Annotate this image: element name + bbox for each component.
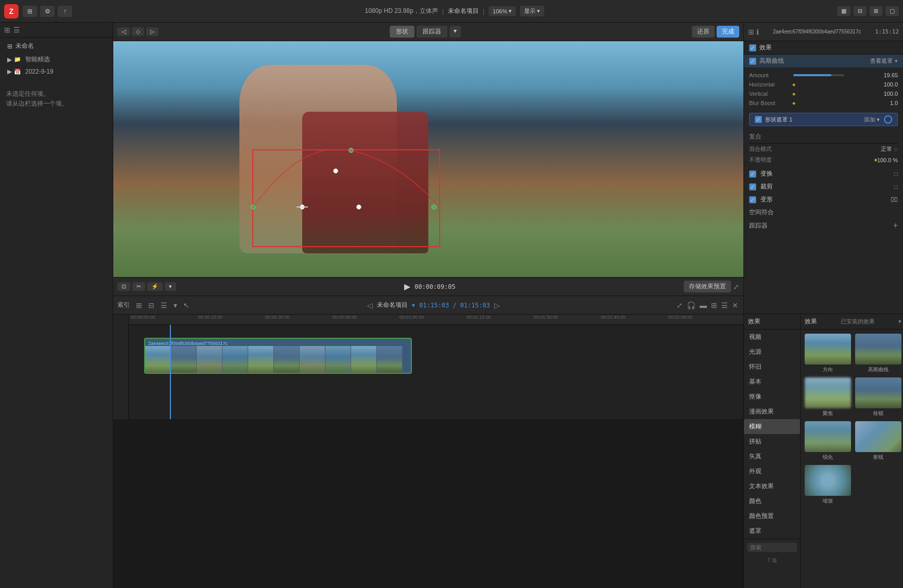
control-point-far-right[interactable] [431,204,437,210]
speed-icon[interactable]: ⚡ [147,282,163,291]
timeline-icon-r4[interactable]: ⊞ [710,300,718,310]
effect-item-zoom[interactable]: 缩放 [805,465,851,505]
export-icon[interactable]: ⊟ [146,300,157,310]
video-clip[interactable]: 2ae4eec67f094f6300b4aed77556317c [144,338,412,374]
share-icon[interactable]: ↑ [58,6,72,17]
mask-add-btn[interactable]: 添加 ▾ [864,116,880,124]
transform-expand-icon[interactable]: □ [894,170,898,178]
snap-icon[interactable]: ⤢ [675,300,684,310]
control-point-right[interactable] [356,204,361,210]
timeline-icon-r5[interactable]: ☰ [720,300,729,310]
fullscreen-icon[interactable]: ⤢ [733,283,739,291]
control-point-top-right[interactable] [349,148,354,153]
category-video[interactable]: 视频 [744,330,800,344]
gaussian-dropdown[interactable]: ▾ [895,58,898,64]
top-btn-3[interactable]: ⊞ [870,6,882,16]
save-preset-btn[interactable]: 存储效果预置 [684,281,731,292]
control-point-mid[interactable] [333,168,338,174]
top-btn-1[interactable]: ▦ [837,6,850,16]
close-timeline-icon[interactable]: ✕ [731,300,739,310]
sidebar-smart-header[interactable]: ▶ 📁 智能精选 [4,54,109,65]
next-btn[interactable]: ▷ [494,301,500,309]
category-color[interactable]: 颜色 [744,494,800,509]
play-button[interactable]: ▶ [404,282,410,291]
sidebar-date-header[interactable]: ▶ 📅 2022-9-19 [4,66,109,77]
effect-name-direction: 方向 [805,366,851,373]
import-icon[interactable]: ⊞ [134,300,144,310]
category-retro[interactable]: 怀旧 [744,359,800,374]
amount-slider[interactable] [793,74,844,76]
category-vector[interactable]: 矢真 [744,449,800,464]
category-basic[interactable]: 基本 [744,374,800,389]
display-btn[interactable]: 显示 ▾ [520,6,544,16]
restore-btn[interactable]: 还原 [692,26,715,38]
mask-checkbox[interactable]: ✓ [755,116,762,123]
category-portrait[interactable]: 抠像 [744,389,800,404]
effect-item-gaussian[interactable]: 高斯曲线 [855,334,901,373]
distort-checkbox[interactable]: ✓ [749,196,756,203]
tab-shape[interactable]: 形状 [390,26,414,38]
top-btn-2[interactable]: ⊟ [854,6,866,16]
inspector-nav-1[interactable]: ⊞ [748,28,754,36]
blur-boost-row: Blur Boost ◆ 1.0 [749,98,898,108]
amount-label: Amount [749,72,790,78]
effect-item-focus[interactable]: 聚焦 [805,377,851,417]
list-view-icon[interactable]: ☰ [13,26,20,34]
effect-name-zoom: 缩放 [805,497,851,505]
control-point-center[interactable] [300,204,305,210]
prev-btn[interactable]: ◁ [367,301,373,309]
category-light[interactable]: 光源 [744,344,800,359]
category-look[interactable]: 外观 [744,464,800,479]
selection-icon[interactable]: ↖ [181,300,192,310]
crop-icon[interactable]: ⊡ [117,282,130,291]
tracker-dropdown[interactable]: ▾ [449,26,461,38]
crop-checkbox[interactable]: ✓ [749,183,756,191]
effect-checkbox[interactable]: ✓ [749,44,756,51]
effect-section-header[interactable]: ✓ 效果 [744,41,903,55]
timeline-icon-4[interactable]: ▾ [171,300,179,310]
effect-item-lock[interactable]: 栓锁 [855,377,901,417]
category-text[interactable]: 文本效果 [744,479,800,494]
category-color-preset[interactable]: 颜色预置 [744,509,800,524]
grid-view-icon[interactable]: ⊞ [4,26,10,34]
video-icon[interactable]: ▬ [699,300,708,310]
inspector-nav-2[interactable]: ℹ [756,28,759,36]
distort-expand-icon[interactable]: ⌧ [891,196,898,203]
timeline-cursor[interactable] [170,325,171,419]
tab-tracker[interactable]: 跟踪器 [416,26,447,38]
timeline-ruler: 00:00:00:00 00:00:15:00 00:00:30:00 00:0… [129,315,743,325]
prev-frame-btn[interactable]: ◁ [117,27,130,36]
crop-expand-icon[interactable]: □ [894,183,898,191]
control-point-left[interactable] [251,204,256,210]
ruler-mark-7: 00:01:45:00 [601,315,626,320]
next-frame-btn[interactable]: ▷ [146,27,159,36]
effect-item-ray[interactable]: 射线 [855,421,901,461]
settings-icon[interactable]: ⚙ [40,6,55,17]
gaussian-enabled[interactable]: ✓ [749,58,756,65]
category-blur[interactable]: 模糊 [744,419,800,434]
selection-box[interactable] [252,149,440,247]
audio-icon[interactable]: 🎧 [686,300,697,310]
category-mosaic[interactable]: 拼贴 [744,434,800,449]
top-btn-4[interactable]: ▢ [885,6,899,16]
category-comic[interactable]: 漫画效果 [744,404,800,419]
library-icon[interactable]: ⊞ [23,6,37,17]
effect-item-direction[interactable]: 方向 [805,334,851,373]
left-sidebar: ⊞ ☰ ⊞ 未命名 ▶ 📁 智能精选 ▶ 📅 2022-9-19 [0,23,113,588]
effects-search-input[interactable] [747,543,797,552]
filter-icon[interactable]: ☰ [159,300,169,310]
transform-checkbox[interactable]: ✓ [749,170,756,178]
tracker-plus-btn[interactable]: + [893,221,898,230]
category-mask[interactable]: 遮罩 [744,524,800,539]
more-icon[interactable]: ▾ [165,282,176,291]
mark-btn[interactable]: ◇ [132,27,144,36]
transform-icon[interactable]: ✂ [132,282,145,291]
top-bar-right: ▦ ⊟ ⊞ ▢ [837,6,899,16]
effect-item-sharpen[interactable]: 锐化 [805,421,851,461]
crop-label: 裁剪 [760,182,894,191]
sidebar-item-unnamed[interactable]: ⊞ 未命名 [4,40,109,53]
blend-mode-arrow[interactable]: ◇ [894,146,898,152]
zoom-btn[interactable]: 106% ▾ [489,6,516,16]
done-btn[interactable]: 完成 [717,26,739,38]
effects-sort-icon[interactable]: ▾ [898,318,901,325]
